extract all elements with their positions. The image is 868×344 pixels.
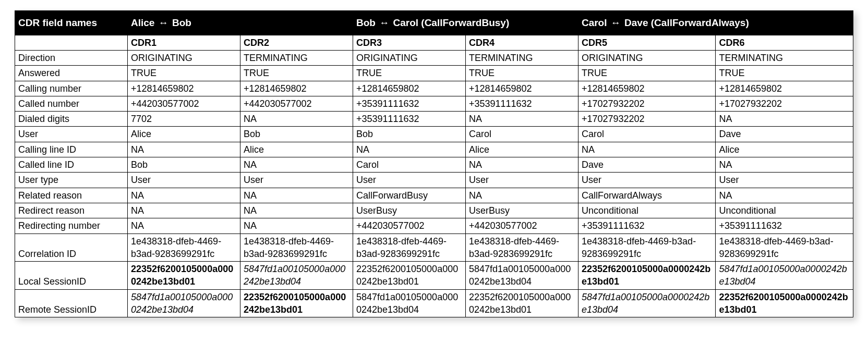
cell: Bob xyxy=(240,127,353,142)
header-group-1: Alice ↔ Bob xyxy=(127,11,353,35)
cell: NA xyxy=(127,188,240,203)
row-label: Local SessionID xyxy=(15,262,128,290)
row-label: User type xyxy=(15,173,128,188)
double-arrow-icon: ↔ xyxy=(158,16,170,30)
cell: +12814659802 xyxy=(465,81,578,96)
table-row: Called line IDBobNACarolNADaveNA xyxy=(15,157,853,173)
row-label: Calling number xyxy=(15,81,128,96)
cell: 22352f6200105000a000242be13bd01 xyxy=(240,289,353,317)
cell: NA xyxy=(240,188,353,203)
cell: TRUE xyxy=(465,66,578,81)
table-row: Dialed digits7702NA+35391111632NA+170279… xyxy=(15,112,853,127)
row-label: Calling line ID xyxy=(15,142,128,157)
row-label: User xyxy=(15,127,128,142)
cell: NA xyxy=(240,112,353,127)
cell: User xyxy=(127,173,240,188)
row-label: Redirecting number xyxy=(15,218,128,234)
cell: NA xyxy=(465,188,578,203)
cell: +12814659802 xyxy=(240,81,353,96)
table-row: Calling line IDNAAliceNAAliceNAAlice xyxy=(15,142,853,157)
cell: Dave xyxy=(716,127,853,142)
table-row: User typeUserUserUserUserUserUser xyxy=(15,173,853,188)
header-cdr3: CDR3 xyxy=(353,35,465,50)
cell: +442030577002 xyxy=(353,218,465,234)
cell: 22352f6200105000a0000242be13bd01 xyxy=(716,289,853,317)
cell: NA xyxy=(127,203,240,218)
cell: ORIGINATING xyxy=(578,50,716,65)
table-row: Redirecting numberNANA+442030577002+4420… xyxy=(15,218,853,234)
cell: Alice xyxy=(716,142,853,157)
cell: Carol xyxy=(578,127,716,142)
cell: 7702 xyxy=(127,112,240,127)
header-cdr5: CDR5 xyxy=(578,35,716,50)
row-label: Called number xyxy=(15,96,128,111)
cell: Alice xyxy=(240,142,353,157)
cell: 5847fd1a00105000a0000242be13bd04 xyxy=(716,262,853,290)
cell: NA xyxy=(240,203,353,218)
cdr-table-body: DirectionORIGINATINGTERMINATINGORIGINATI… xyxy=(15,50,853,317)
cell: +12814659802 xyxy=(353,81,465,96)
cell: User xyxy=(240,173,353,188)
cell: NA xyxy=(465,112,578,127)
header-cdr2: CDR2 xyxy=(240,35,353,50)
cell: NA xyxy=(127,142,240,157)
cell: TERMINATING xyxy=(465,50,578,65)
cell: +17027932202 xyxy=(716,96,853,111)
cell: 1e438318-dfeb-4469-b3ad-9283699291fc xyxy=(716,234,853,262)
double-arrow-icon: ↔ xyxy=(610,16,622,30)
header-row-cdrs: CDR1 CDR2 CDR3 CDR4 CDR5 CDR6 xyxy=(15,35,853,50)
cell: 1e438318-dfeb-4469-b3ad-9283699291fc xyxy=(127,234,240,262)
row-label: Related reason xyxy=(15,188,128,203)
table-row: Related reasonNANACallForwardBusyNACallF… xyxy=(15,188,853,203)
cell: 1e438318-dfeb-4469-b3ad-9283699291fc xyxy=(353,234,465,262)
cell: Unconditional xyxy=(716,203,853,218)
table-row: Called number+442030577002+442030577002+… xyxy=(15,96,853,111)
header-blank xyxy=(15,35,128,50)
cell: +442030577002 xyxy=(465,218,578,234)
cell: +12814659802 xyxy=(127,81,240,96)
cell: NA xyxy=(240,157,353,173)
cell: 1e438318-dfeb-4469-b3ad-9283699291fc xyxy=(465,234,578,262)
cell: NA xyxy=(716,157,853,173)
header-group-2: Bob ↔ Carol (CallForwardBusy) xyxy=(353,11,578,35)
table-row: AnsweredTRUETRUETRUETRUETRUETRUE xyxy=(15,66,853,81)
table-row: DirectionORIGINATINGTERMINATINGORIGINATI… xyxy=(15,50,853,65)
cell: NA xyxy=(240,218,353,234)
cell: 5847fd1a00105000a0000242be13bd04 xyxy=(578,289,716,317)
cell: 22352f6200105000a0000242be13bd01 xyxy=(465,289,578,317)
cell: 22352f6200105000a0000242be13bd01 xyxy=(578,262,716,290)
cell: 22352f6200105000a0000242be13bd01 xyxy=(127,262,240,290)
cell: Carol xyxy=(353,157,465,173)
cell: NA xyxy=(127,218,240,234)
cell: User xyxy=(716,173,853,188)
cell: +442030577002 xyxy=(127,96,240,111)
cell: User xyxy=(465,173,578,188)
cell: +35391111632 xyxy=(353,112,465,127)
cell: Carol xyxy=(465,127,578,142)
row-label: Correlation ID xyxy=(15,234,128,262)
cell: 5847fd1a00105000a0000242be13bd04 xyxy=(353,289,465,317)
row-label: Redirect reason xyxy=(15,203,128,218)
cell: User xyxy=(353,173,465,188)
table-row: UserAliceBobBobCarolCarolDave xyxy=(15,127,853,142)
cell: NA xyxy=(716,188,853,203)
cell: CallForwardAlways xyxy=(578,188,716,203)
table-row: Local SessionID22352f6200105000a0000242b… xyxy=(15,262,853,290)
row-label: Dialed digits xyxy=(15,112,128,127)
cell: TRUE xyxy=(578,66,716,81)
cell: +35391111632 xyxy=(353,96,465,111)
cell: +17027932202 xyxy=(578,112,716,127)
header-fieldnames: CDR field names xyxy=(15,11,128,35)
cell: +12814659802 xyxy=(578,81,716,96)
cell: CallForwardBusy xyxy=(353,188,465,203)
table-row: Redirect reasonNANAUserBusyUserBusyUncon… xyxy=(15,203,853,218)
cell: +442030577002 xyxy=(240,96,353,111)
row-label: Direction xyxy=(15,50,128,65)
cell: UserBusy xyxy=(353,203,465,218)
cell: 5847fd1a00105000a0000242be13bd04 xyxy=(127,289,240,317)
cell: NA xyxy=(465,157,578,173)
cell: 22352f6200105000a0000242be13bd01 xyxy=(353,262,465,290)
cell: Dave xyxy=(578,157,716,173)
cell: +35391111632 xyxy=(465,96,578,111)
cell: TERMINATING xyxy=(716,50,853,65)
